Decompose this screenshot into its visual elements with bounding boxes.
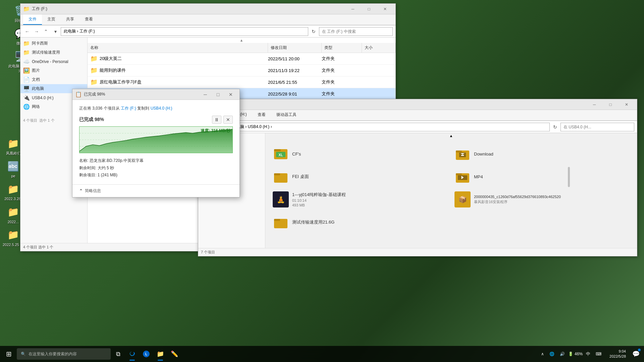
usb-maximize-button[interactable]: □ <box>603 100 618 109</box>
speed-test-folder-icon <box>273 214 289 230</box>
svg-rect-1 <box>274 149 281 151</box>
taskbar-search-box[interactable]: 🔍 在这里输入你要搜索的内容 <box>17 348 111 360</box>
progress-actions: ⏸ ✕ <box>212 116 233 124</box>
file-row-2[interactable]: 📁 原红电脑工作学习F盘 2021/6/5 21:55 文件夹 <box>88 76 395 88</box>
fei-folder-icon <box>273 169 289 185</box>
usb-file-fei[interactable]: FEI 桌面 <box>271 167 450 187</box>
notification-button[interactable]: 💬 <box>629 347 643 361</box>
folder-icon: 📁 <box>90 78 98 86</box>
file-row-1[interactable]: 📁 能用到的课件 2021/11/3 19:22 文件夹 <box>88 65 395 76</box>
time-label: 剩余时间: <box>79 166 98 170</box>
ribbon: 文件 主页 共享 查看 <box>20 14 395 25</box>
taskbar: ⊞ 🔍 在这里输入你要搜索的内容 ⧉ L 📁 ✏️ ∧ 🌐 🔊 🔋 46% 中 … <box>0 346 644 362</box>
usb-icon: 🔌 <box>23 95 30 101</box>
pause-button[interactable]: ⏸ <box>212 116 221 124</box>
notification-icon: 💬 <box>632 350 640 358</box>
file-name-value: 恐龙当家.BD.720p.中英双字幕 <box>90 158 144 163</box>
folder-icon: 📁 <box>90 67 98 74</box>
usb-file-cfs[interactable]: XL CF's <box>271 144 450 164</box>
usb-body: 💽 软件 (D:) 💽 宝宝和斐斐 (E:) 💽 工作 (F:) ▲ <box>198 133 637 248</box>
usb-minimize-button[interactable]: ─ <box>587 100 602 109</box>
items-value: 1 (241 MB) <box>98 173 117 177</box>
notification-badge <box>638 349 641 351</box>
col-header-date[interactable]: 修改日期 <box>268 43 322 53</box>
start-button[interactable]: ⊞ <box>1 347 16 361</box>
usb-file-baofeng[interactable]: 📦 2000000435_c1260d76af55629d376610893c4… <box>452 189 632 209</box>
volume-tray-icon[interactable]: 🔊 <box>558 350 567 358</box>
refresh-button[interactable]: ↻ <box>310 27 318 36</box>
progress-controls: ─ □ ✕ <box>199 90 237 99</box>
usb-refresh-button[interactable]: ↻ <box>551 123 559 131</box>
maximize-button[interactable]: □ <box>361 4 377 14</box>
usb-file-speed-test[interactable]: 测试传输速度用21.6G <box>271 212 450 232</box>
network-tray-icon[interactable]: 🌐 <box>547 350 556 358</box>
taskbar-explorer-icon[interactable]: 📁 <box>154 347 167 361</box>
picture-icon: 🖼️ <box>23 67 30 74</box>
explorer-titlebar: 📁 工作 (F:) ─ □ ✕ <box>20 4 395 14</box>
progress-titlebar: 📋 已完成 98% ─ □ ✕ <box>72 89 239 100</box>
col-header-size[interactable]: 大小 <box>362 43 395 53</box>
file-name-label: 名称: <box>79 158 90 163</box>
tray-expand-button[interactable]: ∧ <box>539 350 546 358</box>
usb-file-mp4[interactable]: MP4 <box>452 167 632 187</box>
sidebar-item-onedrive[interactable]: ☁️ OneDrive - Personal <box>20 57 87 66</box>
svg-rect-8 <box>461 155 464 156</box>
task-view-button[interactable]: ⧉ <box>111 347 125 361</box>
search-input[interactable] <box>319 27 393 36</box>
source-link[interactable]: 工作 (F:) <box>121 106 136 111</box>
sidebar-item-documents[interactable]: 📄 文档 <box>20 75 87 84</box>
usb-tab-view[interactable]: 查看 <box>252 110 271 120</box>
dest-link[interactable]: USB4.0 (H:) <box>151 106 172 111</box>
taskbar-browser2-icon[interactable]: L <box>140 347 153 361</box>
computer-icon: 🖥️ <box>23 85 30 92</box>
back-button[interactable]: ← <box>23 27 31 36</box>
battery-tray-indicator[interactable]: 🔋 46% <box>568 352 583 356</box>
usb-address-input[interactable] <box>229 123 550 131</box>
folder-icon: 📁 <box>23 49 30 56</box>
tab-home[interactable]: 主页 <box>42 14 61 25</box>
address-input[interactable] <box>61 27 308 36</box>
sidebar-item-akaxisi[interactable]: 📁 阿卡西斯 <box>20 39 87 48</box>
progress-percent: 已完成 98% <box>79 117 104 123</box>
forward-button[interactable]: → <box>33 27 41 36</box>
progress-maximize-button[interactable]: □ <box>212 90 224 99</box>
file-row-0[interactable]: 📁 20级大英二 2022/5/11 20:00 文件夹 <box>88 53 395 65</box>
ribbon-tabs: 文件 主页 共享 查看 <box>20 14 395 25</box>
progress-header: 已完成 98% ⏸ ✕ <box>79 116 233 124</box>
svg-rect-16 <box>274 219 280 221</box>
usb-tab-driver[interactable]: 驱动器工具 <box>271 110 302 120</box>
cancel-button[interactable]: ✕ <box>223 116 233 124</box>
usb-status-bar: 7 个项目 <box>198 248 637 256</box>
dropdown-button[interactable]: ▾ <box>51 27 59 36</box>
taskbar-app-icon[interactable]: ✏️ <box>168 347 181 361</box>
ime-keyboard-icon[interactable]: ⌨ <box>594 350 603 358</box>
svg-rect-10 <box>274 173 280 175</box>
usb-window-controls: ─ □ ✕ <box>587 100 634 109</box>
usb-file-yoga[interactable]: 🧘 1---yj014纯粹瑜伽-基础课程 01:10:14 493 MB <box>271 189 450 209</box>
up-button[interactable]: ⌃ <box>42 27 50 36</box>
taskbar-clock[interactable]: 9:04 2022/5/28 <box>607 349 629 359</box>
progress-footer[interactable]: ⌃ 简略信息 <box>72 184 239 197</box>
usb-file-download[interactable]: Download <box>452 144 632 164</box>
progress-close-button[interactable]: ✕ <box>225 90 237 99</box>
items-label: 剩余项目: <box>79 173 98 177</box>
taskbar-edge-icon[interactable] <box>125 347 139 361</box>
close-button[interactable]: ✕ <box>377 4 393 14</box>
sidebar-item-speed[interactable]: 📁 测试传输速度用 <box>20 48 87 57</box>
col-header-name[interactable]: 名称 <box>88 43 268 53</box>
tab-file[interactable]: 文件 <box>23 14 42 25</box>
minimize-button[interactable]: ─ <box>345 4 361 14</box>
usb-search-input[interactable] <box>560 123 634 131</box>
usb-titlebar: 💾 USB4.0 (H:) ─ □ ✕ <box>198 99 637 110</box>
progress-title-icon: 📋 <box>75 91 82 98</box>
usb-file-grid: XL CF's <box>265 138 637 238</box>
search-placeholder: 在这里输入你要搜索的内容 <box>29 351 77 357</box>
usb-address-bar: ← → ⌃ ↻ <box>198 121 637 133</box>
tab-share[interactable]: 共享 <box>61 14 79 25</box>
tab-view[interactable]: 查看 <box>79 14 98 25</box>
ime-chinese-icon[interactable]: 中 <box>584 350 592 358</box>
sidebar-item-pictures[interactable]: 🖼️ 图片 <box>20 66 87 75</box>
col-header-type[interactable]: 类型 <box>322 43 362 53</box>
usb-close-button[interactable]: ✕ <box>619 100 634 109</box>
progress-minimize-button[interactable]: ─ <box>199 90 211 99</box>
